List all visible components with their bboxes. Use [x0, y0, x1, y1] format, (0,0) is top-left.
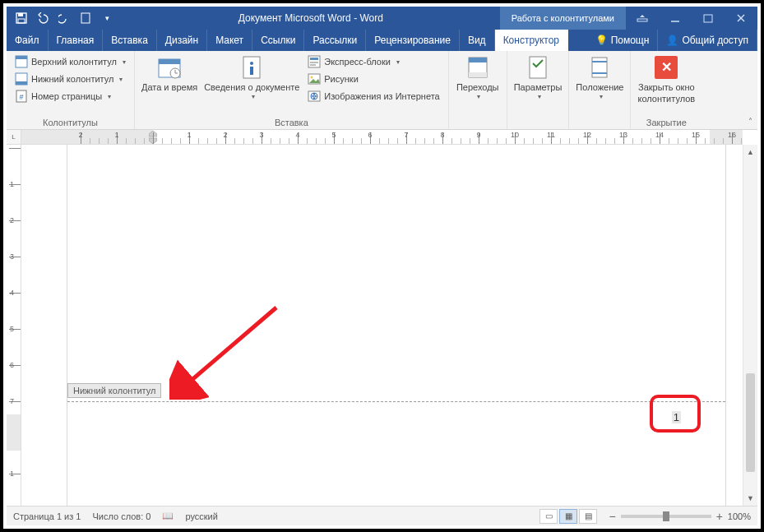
calendar-icon: [156, 54, 183, 81]
zoom-value[interactable]: 100%: [728, 511, 751, 521]
tab-home[interactable]: Главная: [49, 30, 104, 51]
datetime-label: Дата и время: [141, 82, 197, 92]
close-label-1: Закрыть окно: [638, 82, 695, 92]
tab-designer[interactable]: Конструктор: [495, 30, 568, 51]
position-icon: [586, 54, 613, 81]
status-word-count[interactable]: Число слов: 0: [92, 511, 150, 521]
page-number-button[interactable]: #Номер страницы: [13, 89, 127, 104]
quick-access-toolbar: ▾: [7, 8, 122, 28]
tab-mailings[interactable]: Рассылки: [304, 30, 366, 51]
goto-button[interactable]: Переходы: [456, 54, 500, 101]
vertical-scrollbar[interactable]: ▲ ▼: [743, 145, 757, 506]
web-layout-button[interactable]: ▤: [579, 509, 597, 524]
qat-customize-button[interactable]: ▾: [97, 8, 117, 28]
docinfo-button[interactable]: Сведения о документе: [204, 54, 299, 101]
docinfo-label: Сведения о документе: [204, 82, 299, 92]
page-number-label: Номер страницы: [31, 91, 102, 101]
share-label: Общий доступ: [682, 35, 748, 46]
annotation-highlight-box: [650, 395, 701, 433]
scroll-down-button[interactable]: ▼: [743, 491, 757, 506]
tell-me-button[interactable]: 💡Помощн: [587, 30, 659, 51]
close-x-icon: ✕: [655, 56, 678, 79]
position-button[interactable]: Положение: [576, 54, 623, 101]
workspace: L 2112345678910111213141516 12345671 ▲ ▼…: [7, 130, 757, 506]
zoom-out-button[interactable]: −: [609, 510, 615, 523]
datetime-button[interactable]: Дата и время: [141, 54, 197, 92]
online-pictures-button[interactable]: Изображения из Интернета: [306, 89, 441, 104]
tab-design[interactable]: Дизайн: [157, 30, 207, 51]
share-button[interactable]: 👤Общий доступ: [658, 30, 757, 51]
zoom-in-button[interactable]: +: [716, 510, 723, 523]
svg-rect-26: [310, 64, 316, 66]
view-buttons: ▭ ▦ ▤: [539, 509, 597, 524]
options-button[interactable]: Параметры: [514, 54, 563, 101]
tab-insert[interactable]: Вставка: [103, 30, 157, 51]
print-layout-button[interactable]: ▦: [559, 509, 577, 524]
scroll-up-button[interactable]: ▲: [743, 145, 757, 160]
footer-button[interactable]: Нижний колонтитул: [13, 72, 127, 86]
svg-rect-24: [310, 58, 318, 60]
ribbon-options-button[interactable]: [626, 7, 659, 30]
options-icon: [525, 54, 551, 81]
quickparts-label: Экспресс-блоки: [324, 57, 391, 67]
contextual-tab-title: Работа с колонтитулами: [500, 7, 626, 30]
quickparts-icon: [308, 55, 321, 68]
close-header-footer-button[interactable]: ✕ Закрыть окно колонтитулов: [637, 54, 695, 104]
status-page[interactable]: Страница 1 из 1: [13, 511, 81, 521]
status-language[interactable]: русский: [185, 511, 217, 521]
status-bar: Страница 1 из 1 Число слов: 0 📖 русский …: [7, 506, 757, 525]
group-close: ✕ Закрыть окно колонтитулов Закрытие: [631, 51, 701, 129]
position-label: Положение: [576, 82, 623, 92]
page-number-icon: #: [15, 90, 28, 103]
undo-button[interactable]: [33, 8, 53, 28]
document-canvas[interactable]: Нижний колонтитул 1: [21, 145, 743, 506]
person-icon: 👤: [666, 35, 678, 46]
bulb-icon: 💡: [595, 35, 608, 46]
page: Нижний колонтитул 1: [67, 145, 725, 506]
group-header-footer: Верхний колонтитул Нижний колонтитул #Но…: [7, 51, 135, 129]
new-doc-button[interactable]: [76, 8, 95, 28]
svg-rect-2: [18, 19, 25, 23]
docinfo-icon: [238, 54, 265, 81]
tab-view[interactable]: Вид: [460, 30, 495, 51]
redo-button[interactable]: [54, 8, 74, 28]
group-position: Положение: [569, 51, 631, 129]
scroll-thumb[interactable]: [746, 373, 755, 472]
header-button[interactable]: Верхний колонтитул: [13, 54, 127, 69]
ribbon-tabs: Файл Главная Вставка Дизайн Макет Ссылки…: [7, 30, 757, 51]
svg-rect-34: [469, 72, 487, 77]
minimize-button[interactable]: [659, 7, 692, 30]
collapse-ribbon-button[interactable]: ˄: [743, 51, 757, 129]
close-label-2: колонтитулов: [637, 94, 695, 104]
horizontal-ruler[interactable]: 2112345678910111213141516: [21, 130, 743, 145]
maximize-button[interactable]: [692, 7, 725, 30]
annotation-arrow-icon: [169, 301, 285, 400]
tab-file[interactable]: Файл: [7, 30, 49, 51]
zoom-thumb[interactable]: [663, 511, 669, 521]
tab-review[interactable]: Рецензирование: [366, 30, 460, 51]
tab-layout[interactable]: Макет: [207, 30, 252, 51]
group-label-options: [514, 126, 563, 127]
proofing-icon[interactable]: 📖: [162, 511, 174, 521]
close-window-button[interactable]: [725, 7, 757, 30]
window-title: Документ Microsoft Word - Word: [122, 12, 500, 24]
online-pictures-icon: [308, 90, 321, 103]
group-label-position: [576, 126, 623, 127]
tab-references[interactable]: Ссылки: [252, 30, 304, 51]
vertical-ruler[interactable]: 12345671: [7, 145, 21, 506]
ruler-corner[interactable]: L: [7, 130, 21, 145]
zoom-control: − + 100%: [609, 510, 751, 523]
zoom-slider[interactable]: [621, 515, 711, 518]
pictures-button[interactable]: Рисунки: [306, 72, 441, 86]
svg-rect-33: [469, 58, 487, 62]
footer-icon: [15, 72, 28, 86]
quickparts-button[interactable]: Экспресс-блоки: [306, 54, 441, 69]
group-insert: Дата и время Сведения о документе Экспре…: [135, 51, 449, 129]
scroll-track[interactable]: [743, 160, 757, 491]
svg-text:#: #: [19, 93, 23, 101]
ribbon: Верхний колонтитул Нижний колонтитул #Но…: [7, 51, 757, 130]
svg-rect-6: [704, 15, 712, 22]
save-button[interactable]: [12, 8, 31, 28]
read-mode-button[interactable]: ▭: [539, 509, 558, 524]
goto-label: Переходы: [456, 82, 499, 92]
